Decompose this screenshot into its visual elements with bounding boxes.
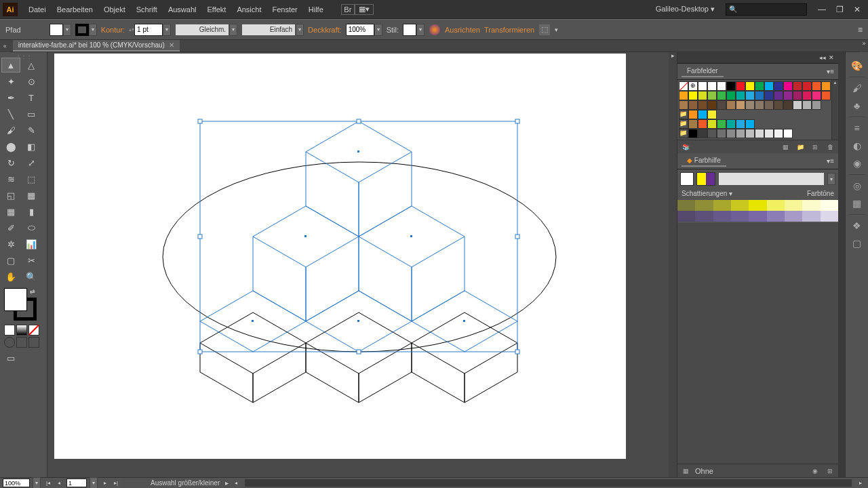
status-menu[interactable]: ▸ <box>225 479 229 487</box>
menu-auswahl[interactable]: Auswahl <box>163 3 202 16</box>
guide-variations[interactable] <box>677 199 838 223</box>
paintbrush-tool[interactable]: 🖌 <box>1 123 20 138</box>
fill-swatch[interactable]: ▾ <box>50 24 71 36</box>
guide-active-colors[interactable] <box>696 172 715 186</box>
nav-next[interactable]: ▸ <box>100 479 110 487</box>
free-transform-tool[interactable]: ⬚ <box>22 171 41 186</box>
eyedropper-tool[interactable]: ✐ <box>1 220 20 235</box>
stroke-swatch[interactable]: ▾ <box>75 24 97 36</box>
guide-harmony-arrow[interactable]: ▾ <box>827 173 835 185</box>
mesh-tool[interactable]: ▦ <box>1 204 20 219</box>
zoom-input[interactable] <box>3 479 30 487</box>
menu-objekt[interactable]: Objekt <box>98 3 131 16</box>
document-tab[interactable]: interaktive-farbe.ai* bei 100 % (CMYK/Vo… <box>13 40 180 52</box>
kontur-label[interactable]: Kontur: <box>101 26 125 34</box>
pencil-tool[interactable]: ✎ <box>22 123 41 138</box>
new-group-icon[interactable]: 📁 <box>795 142 806 152</box>
new-swatch-icon[interactable]: ⊞ <box>810 142 821 152</box>
menu-datei[interactable]: Datei <box>23 3 52 16</box>
workspace-switcher[interactable]: Galileo-Desktop ▾ <box>656 5 715 14</box>
rectangle-tool[interactable]: ▭ <box>22 106 41 121</box>
eraser-tool[interactable]: ◧ <box>22 139 41 154</box>
draw-normal[interactable] <box>4 337 15 348</box>
swatch-libraries-icon[interactable]: 📚 <box>680 142 691 152</box>
color-guide-tab[interactable]: ◆ Farbhilfe <box>682 155 726 167</box>
blend-tool[interactable]: ⬭ <box>22 220 41 235</box>
artboard[interactable] <box>54 54 626 459</box>
stroke-weight[interactable]: ▴▾▾ <box>129 24 171 36</box>
symbol-sprayer-tool[interactable]: ✲ <box>1 237 20 251</box>
selection-tool[interactable]: ▲ <box>1 58 20 73</box>
menu-ansicht[interactable]: Ansicht <box>231 3 267 16</box>
delete-swatch-icon[interactable]: 🗑 <box>825 142 835 152</box>
transparency-panel-icon[interactable]: ◉ <box>849 155 865 171</box>
fill-stroke-indicator[interactable]: ⇄ <box>4 288 37 321</box>
lasso-tool[interactable]: ⊙ <box>22 74 41 89</box>
align-link[interactable]: Ausrichten <box>445 26 480 34</box>
hscrollbar[interactable] <box>245 479 852 487</box>
panel-menu-icon[interactable]: ▾≡ <box>827 68 834 75</box>
controlbar-menu-icon[interactable]: ≡ <box>858 25 863 35</box>
tab-close-icon[interactable]: ✕ <box>169 41 174 49</box>
graph-tool[interactable]: 📊 <box>22 237 41 251</box>
menu-fenster[interactable]: Fenster <box>267 3 302 16</box>
color-mode-solid[interactable] <box>4 325 15 336</box>
pen-tool[interactable]: ✒ <box>1 90 20 105</box>
scale-tool[interactable]: ⤢ <box>22 155 41 170</box>
appearance-panel-icon[interactable]: ◎ <box>849 178 865 194</box>
gradient-panel-icon[interactable]: ◐ <box>849 138 865 154</box>
guide-base-color[interactable] <box>680 172 694 186</box>
toolbox-collapse[interactable]: « <box>0 40 10 52</box>
menu-bearbeiten[interactable]: Bearbeiten <box>52 3 98 16</box>
opacity-value[interactable]: ▾ <box>346 24 382 36</box>
ctrl-more[interactable]: ▾ <box>555 26 558 33</box>
screen-mode[interactable]: ▭ <box>1 350 20 365</box>
panel-collapse-icon[interactable]: ▸ <box>669 52 677 59</box>
magic-wand-tool[interactable]: ✦ <box>1 74 20 89</box>
bridge-icon[interactable]: Br <box>341 4 355 15</box>
menu-hilfe[interactable]: Hilfe <box>303 3 329 16</box>
guide-menu-icon[interactable]: ▾≡ <box>827 157 834 165</box>
swatch-scrollbar[interactable] <box>831 80 838 140</box>
graphic-style[interactable]: ▾ <box>403 24 425 36</box>
shape-builder-tool[interactable]: ◱ <box>1 188 20 203</box>
menu-schrift[interactable]: Schrift <box>131 3 163 16</box>
maximize-button[interactable]: ❐ <box>831 3 848 16</box>
nav-last[interactable]: ▸| <box>111 479 121 487</box>
symbols-panel-icon[interactable]: ♣ <box>849 98 865 114</box>
recolor-icon[interactable] <box>429 24 441 36</box>
type-tool[interactable]: T <box>22 90 41 105</box>
guide-edit-icon[interactable]: ◉ <box>810 466 821 476</box>
width-tool[interactable]: ≋ <box>1 171 20 186</box>
rotate-tool[interactable]: ↻ <box>1 155 20 170</box>
swatch-options-icon[interactable]: ▦ <box>780 142 791 152</box>
menu-effekt[interactable]: Effekt <box>201 3 231 16</box>
nav-first[interactable]: |◂ <box>43 479 53 487</box>
hscroll-left[interactable]: ◂ <box>231 479 241 487</box>
swatches-tab[interactable]: Farbfelder <box>682 66 724 77</box>
gradient-tool[interactable]: ▮ <box>22 204 41 219</box>
hscroll-right[interactable]: ▸ <box>856 479 865 487</box>
blob-brush-tool[interactable]: ⬤ <box>1 139 20 154</box>
opacity-label[interactable]: Deckkraft: <box>308 26 342 34</box>
guide-shades-label[interactable]: Schattierungen ▾ <box>682 190 732 197</box>
stroke-profile[interactable]: Gleichm.▾ <box>175 24 237 36</box>
artboard-dropdown[interactable]: ▾ <box>90 477 98 489</box>
transform-link[interactable]: Transformieren <box>484 26 534 34</box>
artboard-number[interactable] <box>66 479 87 487</box>
panel-close-icon[interactable]: ✕ <box>829 54 834 61</box>
nav-prev[interactable]: ◂ <box>54 479 64 487</box>
canvas-area[interactable] <box>47 52 669 477</box>
draw-inside[interactable] <box>28 337 39 348</box>
color-mode-gradient[interactable] <box>16 325 27 336</box>
layers-panel-icon[interactable]: ❖ <box>849 218 865 234</box>
search-input[interactable] <box>726 3 807 16</box>
hand-tool[interactable]: ✋ <box>1 269 20 284</box>
slice-tool[interactable]: ✂ <box>22 253 41 268</box>
artboards-panel-icon[interactable]: ▢ <box>849 235 865 251</box>
color-mode-none[interactable] <box>28 325 39 336</box>
stroke-panel-icon[interactable]: ≡ <box>849 120 865 136</box>
perspective-tool[interactable]: ▦ <box>22 188 41 203</box>
swatches-grid[interactable]: ⊕📁📁📁 <box>677 80 838 140</box>
brushes-panel-icon[interactable]: 🖌 <box>849 80 865 96</box>
